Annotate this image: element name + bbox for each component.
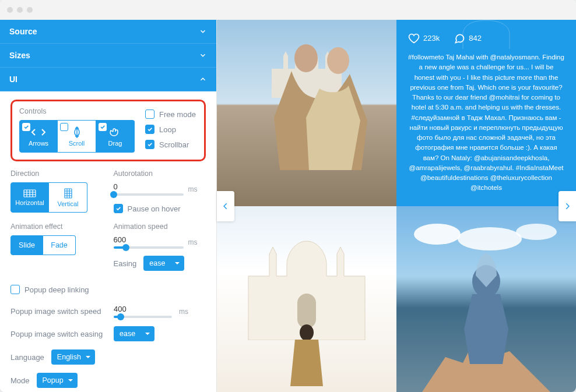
accordion-label: Sizes xyxy=(9,51,30,60)
opt-label: Fade xyxy=(51,241,68,249)
controls-label: Controls xyxy=(19,107,135,115)
accordion-label: UI xyxy=(9,75,17,84)
scroll-icon xyxy=(72,126,82,139)
svg-point-6 xyxy=(300,324,314,341)
gallery-tile-4[interactable] xyxy=(396,206,576,393)
autorotation-label: Autorotation xyxy=(114,169,206,178)
checkbox-icon xyxy=(60,123,68,131)
check-loop[interactable]: Loop xyxy=(145,125,209,134)
anim-fade[interactable]: Fade xyxy=(43,235,76,255)
controls-highlight: Controls Arrows Scroll xyxy=(10,100,206,161)
slider-value: 600 xyxy=(114,235,184,244)
unit-label: ms xyxy=(179,308,188,316)
post-caption: #followmeto Taj Mahal with @natalyosmann… xyxy=(408,52,564,193)
direction-segmented: Horizontal Vertical xyxy=(10,182,103,213)
unit-label: ms xyxy=(188,238,198,246)
popup-speed-label: Popup image switch speed xyxy=(10,307,107,316)
control-label: Arrows xyxy=(29,140,48,147)
next-button[interactable] xyxy=(559,191,576,221)
settings-sidebar: Source Sizes UI Controls xyxy=(0,20,217,392)
app-body: Source Sizes UI Controls xyxy=(0,20,576,392)
slider-value: 400 xyxy=(114,305,172,313)
app-window: Source Sizes UI Controls xyxy=(0,0,576,392)
check-label: Popup deep linking xyxy=(24,285,89,294)
mode-select[interactable]: Popup xyxy=(37,373,78,388)
accordion-source[interactable]: Source xyxy=(0,20,216,44)
opt-label: Vertical xyxy=(57,200,78,207)
direction-horizontal[interactable]: Horizontal xyxy=(10,182,49,213)
check-label: Free mode xyxy=(159,110,196,119)
easing-select[interactable]: ease xyxy=(143,256,184,271)
popup-speed-slider[interactable]: 400 xyxy=(114,305,172,318)
arrows-icon xyxy=(30,126,47,139)
person-figure xyxy=(289,322,324,386)
svg-point-4 xyxy=(327,47,349,74)
popup-easing-select[interactable]: ease xyxy=(114,326,154,341)
heart-icon xyxy=(408,33,420,44)
controls-segmented: Arrows Scroll Drag xyxy=(19,120,135,153)
check-label: Pause on hover xyxy=(128,204,181,213)
gallery-tile-1[interactable] xyxy=(217,20,396,206)
svg-point-9 xyxy=(516,224,557,240)
check-label: Scrollbar xyxy=(159,140,189,149)
grid-vertical-icon xyxy=(64,188,72,199)
chevron-up-icon xyxy=(199,75,207,83)
opt-label: Slide xyxy=(19,241,35,249)
control-label: Drag xyxy=(108,140,122,147)
chevron-left-icon xyxy=(222,200,230,213)
anim-speed-label: Animation speed xyxy=(114,223,206,231)
check-free-mode[interactable]: Free mode xyxy=(145,110,209,119)
followme-figure xyxy=(422,241,550,392)
chevron-down-icon xyxy=(199,27,207,36)
anim-effect-label: Animation effect xyxy=(10,223,103,231)
window-titlebar xyxy=(0,0,576,20)
traffic-light-close[interactable] xyxy=(7,7,13,13)
control-scroll[interactable]: Scroll xyxy=(58,120,96,153)
popup-easing-label: Popup image switch easing xyxy=(10,330,107,338)
slider-value: 0 xyxy=(114,182,184,191)
preview-gallery: 223k 842 #followmeto Taj Mahal with @nat… xyxy=(217,20,576,392)
traffic-light-minimize[interactable] xyxy=(17,7,23,13)
prev-button[interactable] xyxy=(217,191,234,221)
couple-figure xyxy=(274,36,373,170)
check-scrollbar[interactable]: Scrollbar xyxy=(145,140,209,149)
unit-label: ms xyxy=(188,185,198,193)
gallery-tile-2-caption[interactable]: 223k 842 #followmeto Taj Mahal with @nat… xyxy=(396,20,576,206)
checkmark-icon xyxy=(99,123,107,131)
svg-point-3 xyxy=(294,44,318,72)
traffic-light-zoom[interactable] xyxy=(27,7,33,13)
accordion-label: Source xyxy=(9,27,37,36)
easing-label: Easing xyxy=(114,259,137,268)
gallery-tile-3[interactable] xyxy=(217,206,396,393)
checkmark-icon xyxy=(22,123,30,131)
check-pause-on-hover[interactable]: Pause on hover xyxy=(114,204,206,213)
mode-label: Mode xyxy=(10,376,30,385)
autorotation-slider[interactable]: 0 xyxy=(114,182,184,196)
check-label: Loop xyxy=(159,125,176,134)
drag-icon xyxy=(109,126,122,139)
control-label: Scroll xyxy=(69,140,85,147)
anim-speed-slider[interactable]: 600 xyxy=(114,235,184,249)
chevron-down-icon xyxy=(199,51,207,59)
arch-outline-icon xyxy=(428,20,545,49)
language-select[interactable]: English xyxy=(51,349,95,365)
language-label: Language xyxy=(10,353,44,362)
anim-slide[interactable]: Slide xyxy=(10,235,43,255)
control-drag[interactable]: Drag xyxy=(96,120,135,153)
grid-horizontal-icon xyxy=(23,189,36,197)
check-popup-deep-linking[interactable]: Popup deep linking xyxy=(10,285,206,294)
accordion-ui[interactable]: UI xyxy=(0,68,216,91)
control-arrows[interactable]: Arrows xyxy=(19,120,58,153)
opt-label: Horizontal xyxy=(15,199,44,206)
ui-panel: Controls Arrows Scroll xyxy=(0,91,216,392)
anim-effect-segmented: Slide Fade xyxy=(10,235,103,255)
accordion-sizes[interactable]: Sizes xyxy=(0,44,216,68)
chevron-right-icon xyxy=(563,200,571,213)
direction-vertical[interactable]: Vertical xyxy=(49,182,87,213)
direction-label: Direction xyxy=(10,169,103,178)
